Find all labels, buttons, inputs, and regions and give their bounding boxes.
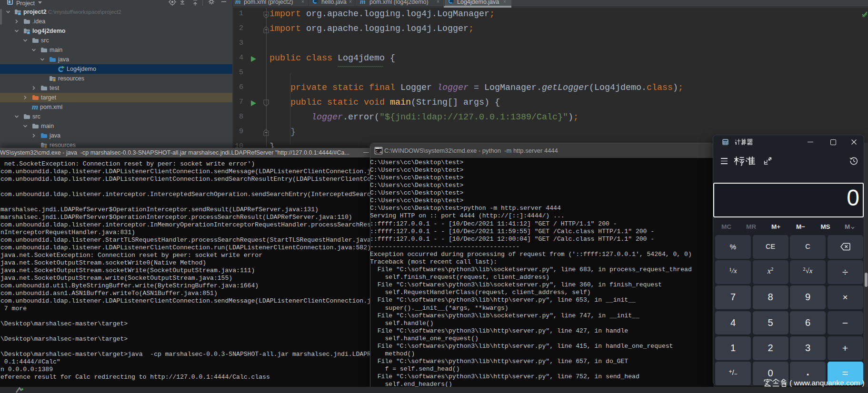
svg-text:C:\: C:\ [376, 150, 382, 154]
